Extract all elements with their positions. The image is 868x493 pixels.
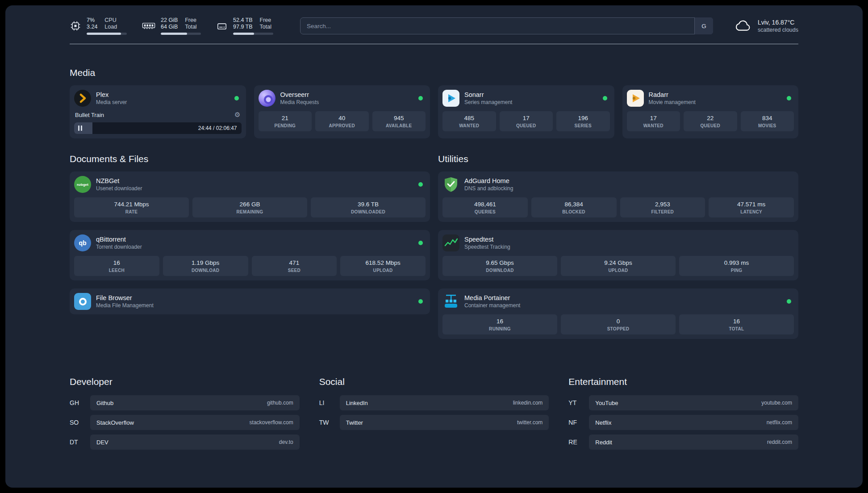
disk-progress-bar <box>233 33 273 35</box>
bookmark-youtube[interactable]: YT YouTube youtube.com <box>568 395 798 410</box>
memory-free-value: 22 GiB <box>161 17 178 24</box>
service-name: File Browser <box>96 294 154 302</box>
pause-icon[interactable] <box>78 125 82 131</box>
bookmark-group-developer: Developer GH Github github.com SO StackO… <box>70 376 300 454</box>
service-description: Movie management <box>649 99 696 106</box>
service-name: Overseerr <box>280 91 319 99</box>
service-name: NZBGet <box>96 177 142 185</box>
bookmark-linkedin[interactable]: LI LinkedIn linkedin.com <box>319 395 549 410</box>
stat-queued: 17 QUEUED <box>500 111 553 131</box>
bookmark-group-title: Entertainment <box>568 376 798 387</box>
stat-download: 1.19 Gbps DOWNLOAD <box>163 256 248 276</box>
status-dot <box>603 96 607 100</box>
bookmark-netflix[interactable]: NF Netflix netflix.com <box>568 415 798 430</box>
stat-blocked: 86,384 BLOCKED <box>531 197 617 217</box>
bookmark-github[interactable]: GH Github github.com <box>70 395 300 410</box>
service-description: Media File Management <box>96 302 154 309</box>
search-input[interactable] <box>300 17 713 34</box>
bookmark-stackoverflow[interactable]: SO StackOverflow stackoverflow.com <box>70 415 300 430</box>
stat-total: 16 TOTAL <box>679 314 794 334</box>
bookmark-group-social: Social LI LinkedIn linkedin.com TW Twitt… <box>319 376 549 454</box>
service-card-sonarr[interactable]: Sonarr Series management 485 WANTED 17 Q… <box>438 85 614 138</box>
stat-upload: 9.24 Gbps UPLOAD <box>561 256 676 276</box>
plex-icon <box>74 90 91 107</box>
stat-ping: 0.993 ms PING <box>679 256 794 276</box>
now-playing-title: Bullet Train <box>75 112 104 118</box>
utilities-group: Utilities AdGuard Home <box>438 138 798 347</box>
portainer-icon <box>442 293 459 310</box>
service-name: AdGuard Home <box>464 177 513 185</box>
bookmark-group-title: Developer <box>70 376 300 387</box>
service-card-portainer[interactable]: Media Portainer Container management 16 … <box>438 288 798 339</box>
cpu-widget: 7% 3.24 CPU Load <box>70 17 127 35</box>
stat-upload: 618.52 Mbps UPLOAD <box>340 256 426 276</box>
service-card-radarr[interactable]: Radarr Movie management 17 WANTED 22 QUE… <box>622 85 799 138</box>
stat-stopped: 0 STOPPED <box>561 314 676 334</box>
disk-icon <box>216 20 228 32</box>
cpu-load-value: 3.24 <box>87 24 97 30</box>
service-description: Series management <box>464 99 512 106</box>
service-description: DNS and adblocking <box>464 185 513 192</box>
section-title-utilities: Utilities <box>438 154 798 164</box>
weather-location: Lviv, 16.87°C <box>758 18 798 26</box>
disk-total-label: Total <box>260 24 271 30</box>
status-dot <box>418 96 423 100</box>
qbittorrent-icon: qb <box>74 234 91 251</box>
section-title-documents: Documents & Files <box>70 154 430 164</box>
memory-widget: 22 GiB 64 GiB Free Total <box>142 17 201 35</box>
service-card-adguard[interactable]: AdGuard Home DNS and adblocking 498,461 … <box>438 171 798 222</box>
playback-progress-bar[interactable]: 24:44 / 02:06:47 <box>74 122 242 134</box>
cpu-usage-value: 7% <box>87 17 97 24</box>
radarr-icon <box>627 90 644 107</box>
service-name: Plex <box>96 91 127 99</box>
service-card-filebrowser[interactable]: File Browser Media File Management <box>70 288 430 314</box>
bookmark-group-title: Social <box>319 376 549 387</box>
stat-remaining: 266 GB REMAINING <box>192 197 307 217</box>
service-description: Speedtest Tracking <box>464 243 510 251</box>
bookmark-dev[interactable]: DT DEV dev.to <box>70 435 300 450</box>
bookmark-reddit[interactable]: RE Reddit reddit.com <box>568 435 798 450</box>
service-name: Sonarr <box>464 91 512 99</box>
status-dot <box>418 182 423 187</box>
stat-downloaded: 39.6 TB DOWNLOADED <box>311 197 426 217</box>
gear-icon[interactable]: ⚙ <box>234 111 240 119</box>
documents-group: Documents & Files nzbget NZBGet Usenet d… <box>70 138 430 322</box>
service-card-speedtest[interactable]: Speedtest Speedtest Tracking 9.65 Gbps D… <box>438 230 798 280</box>
status-dot <box>418 241 423 245</box>
weather-widget[interactable]: Lviv, 16.87°C scattered clouds <box>734 18 798 34</box>
bookmark-twitter[interactable]: TW Twitter twitter.com <box>319 415 549 430</box>
memory-icon <box>142 21 155 31</box>
cpu-load-label: Load <box>104 24 117 30</box>
dashboard: 7% 3.24 CPU Load <box>5 5 863 488</box>
status-dot <box>418 299 423 304</box>
overseerr-icon <box>259 90 275 107</box>
stat-running: 16 RUNNING <box>442 314 557 334</box>
service-card-qbittorrent[interactable]: qb qBittorrent Torrent downloader 16 LEE… <box>70 230 430 280</box>
stat-leech: 16 LEECH <box>74 256 159 276</box>
cpu-icon <box>70 20 81 32</box>
disk-free-value: 52.4 TB <box>233 17 253 24</box>
service-description: Usenet downloader <box>96 185 142 192</box>
stat-download: 9.65 Gbps DOWNLOAD <box>442 256 557 276</box>
disk-total-value: 97.9 TB <box>233 24 253 30</box>
bookmarks-section: Developer GH Github github.com SO StackO… <box>70 376 798 472</box>
stat-rate: 744.21 Mbps RATE <box>74 197 189 217</box>
cpu-progress-bar <box>87 33 127 35</box>
filebrowser-icon <box>74 293 91 310</box>
search-provider-button[interactable]: G <box>694 17 713 34</box>
stat-seed: 471 SEED <box>252 256 337 276</box>
weather-condition: scattered clouds <box>758 26 798 34</box>
memory-total-label: Total <box>185 24 196 30</box>
service-description: Container management <box>464 302 520 309</box>
service-description: Media Requests <box>280 99 319 106</box>
service-card-nzbget[interactable]: nzbget NZBGet Usenet downloader 744.21 M… <box>70 171 430 222</box>
memory-progress-bar <box>161 33 201 35</box>
sonarr-icon <box>442 90 459 107</box>
service-card-plex[interactable]: Plex Media server Bullet Train ⚙ 24:44 /… <box>70 85 246 138</box>
speedtest-icon <box>442 234 459 251</box>
service-card-overseerr[interactable]: Overseerr Media Requests 21 PENDING 40 A… <box>254 85 430 138</box>
cpu-label: CPU <box>104 17 117 24</box>
cloud-icon <box>734 19 752 33</box>
nzbget-icon: nzbget <box>74 176 91 193</box>
stat-movies: 834 MOVIES <box>741 111 794 131</box>
